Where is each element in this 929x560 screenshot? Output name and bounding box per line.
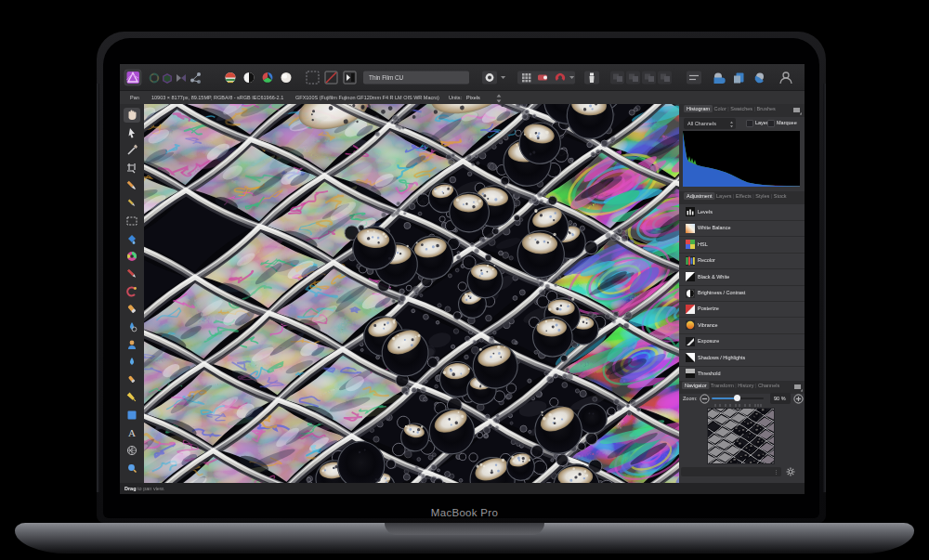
svg-text:A: A xyxy=(128,427,136,438)
